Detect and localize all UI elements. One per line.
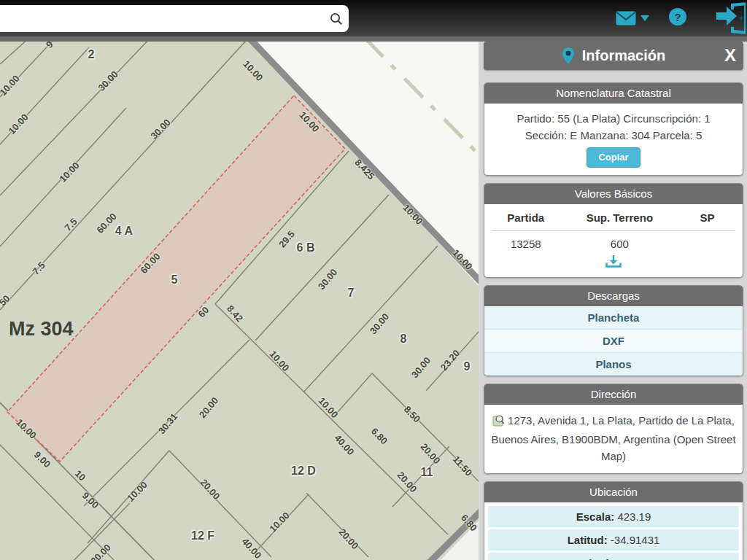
col-sp: SP [679,211,735,224]
download-tray-icon[interactable] [492,250,735,271]
logout-button[interactable] [715,2,746,34]
address-text: 1273, Avenida 1, La Plata, Partido de La… [491,414,735,463]
download-plancheta[interactable]: Plancheta [484,306,743,329]
svg-text:?: ? [674,11,681,23]
info-panel: Información X Nomenclatura Catastral Par… [479,36,747,560]
section-valores: Valores Básicos Partida Sup. Terreno SP … [484,183,743,278]
copy-button[interactable]: Copiar [587,147,640,168]
latitude-row: Latitud: -34.91431 [488,529,739,551]
search-box[interactable] [0,5,349,32]
map-magnifier-icon [492,414,505,431]
search-icon[interactable] [324,7,349,31]
section-title: Dirección [484,384,743,405]
longitude-row: Longitud: -57.93741 [488,553,739,560]
section-descargas: Descargas Plancheta DXF Planos [484,285,743,376]
section-nomenclatura: Nomenclatura Catastral Partido: 55 (La P… [484,82,743,176]
topbar: ? [0,0,747,42]
panel-title: Información [582,47,665,64]
download-dxf[interactable]: DXF [484,329,743,352]
block-label: Mz 304 [9,318,74,341]
nomenclatura-line1: Partido: 55 (La Plata) Circunscripción: … [489,110,738,127]
valores-data-row: 13258 600 [492,231,735,250]
col-sup-terreno: Sup. Terreno [560,211,680,224]
logout-icon [715,2,746,34]
help-button[interactable]: ? [668,7,687,29]
valores-header-row: Partida Sup. Terreno SP [492,211,735,231]
partida-value: 13258 [492,238,560,250]
cadastral-map[interactable]: 910.0010.0030.0010.0030.0010.0010.008.42… [0,0,479,560]
map-canvas [0,0,479,560]
messages-menu[interactable] [616,11,649,26]
section-title: Descargas [484,286,743,306]
longitude-label: Longitud: [562,557,613,560]
col-partida: Partida [492,211,560,224]
download-planos[interactable]: Planos [484,352,743,376]
sup-terreno-value: 600 [560,238,680,250]
latitude-value: -34.91431 [611,534,660,546]
sp-value [679,238,735,250]
section-title: Ubicación [484,482,743,502]
section-title: Nomenclatura Catastral [484,83,743,104]
caret-down-icon [640,15,649,21]
panel-header: Información X [484,42,743,70]
section-direccion: Dirección 1273, Avenida 1, La Plata, Par… [484,384,743,475]
nomenclatura-line2: Sección: E Manzana: 304 Parcela: 5 [489,127,738,144]
scale-label: Escala: [576,510,615,523]
pin-icon [562,47,575,65]
search-input[interactable] [0,12,324,25]
section-title: Valores Básicos [484,184,743,204]
help-icon: ? [668,7,687,26]
close-icon[interactable]: X [724,45,736,66]
longitude-value: -57.93741 [616,557,665,560]
section-ubicacion: Ubicación Escala: 423.19 Latitud: -34.91… [484,481,743,560]
scale-row: Escala: 423.19 [488,506,739,527]
latitude-label: Latitud: [568,534,608,546]
scale-value: 423.19 [617,510,651,523]
mail-icon [616,11,636,26]
